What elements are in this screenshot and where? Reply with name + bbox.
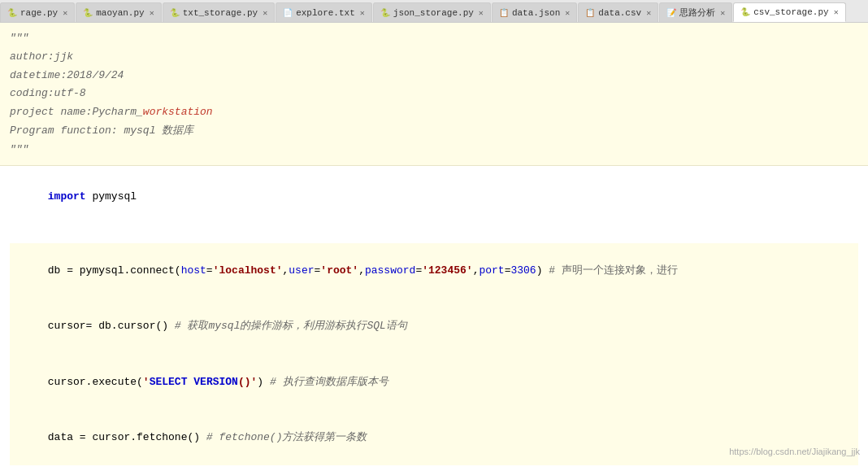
tab-txt-storage[interactable]: 🐍 txt_storage.py ✕ <box>163 2 275 22</box>
tab-csv-storage-label: csv_storage.py <box>753 7 828 17</box>
tab-data-csv-label: data.csv <box>598 8 641 18</box>
triple-quote-close: """ <box>10 141 858 159</box>
tab-txt-close[interactable]: ✕ <box>263 8 267 18</box>
tab-silu-label: 思路分析 <box>679 7 715 19</box>
triple-quote-open: """ <box>10 29 858 48</box>
comment-block: """ author:jjk datetime:2018/9/24 coding… <box>0 23 868 166</box>
tab-explore[interactable]: 📄 explore.txt ✕ <box>276 2 372 22</box>
tab-rage-icon: 🐍 <box>7 8 17 18</box>
tab-data-csv-icon: 📋 <box>585 8 595 18</box>
tab-maoyan-close[interactable]: ✕ <box>150 8 154 18</box>
comment-author: author:jjk <box>10 48 858 67</box>
tab-json-icon: 🐍 <box>380 8 390 18</box>
db-connect-line: db = pymysql.connect(host='localhost',us… <box>10 243 858 299</box>
comment-function: Program function: mysql 数据库 <box>10 122 858 141</box>
print-version-line: print('Database version',data) <box>10 465 858 471</box>
tab-csv-storage[interactable]: 🐍 csv_storage.py ✕ <box>733 2 845 22</box>
tab-json-close[interactable]: ✕ <box>479 8 484 18</box>
tab-rage-label: rage.py <box>20 8 58 18</box>
tab-data-json-close[interactable]: ✕ <box>565 8 570 18</box>
tab-silu[interactable]: 📝 思路分析 ✕ <box>659 2 732 22</box>
code-area[interactable]: """ author:jjk datetime:2018/9/24 coding… <box>0 23 868 471</box>
tab-json-label: json_storage.py <box>393 8 474 18</box>
tab-csv-storage-icon: 🐍 <box>740 7 750 17</box>
tab-silu-icon: 📝 <box>666 8 676 18</box>
comment-coding: coding:utf-8 <box>10 85 858 103</box>
tab-data-csv-close[interactable]: ✕ <box>646 8 651 18</box>
tab-json-storage[interactable]: 🐍 json_storage.py ✕ <box>373 2 491 22</box>
comment-project: project name:Pycharm_workstation <box>10 103 858 122</box>
tab-csv-storage-close[interactable]: ✕ <box>834 7 839 17</box>
blank-1 <box>10 225 858 244</box>
tab-explore-icon: 📄 <box>283 8 293 18</box>
code-section: import pymysql db = pymysql.connect(host… <box>0 166 868 471</box>
tab-data-json-icon: 📋 <box>499 8 509 18</box>
watermark: https://blog.csdn.net/Jiajikang_jjk <box>729 447 860 456</box>
tab-silu-close[interactable]: ✕ <box>720 8 725 18</box>
comment-datetime: datetime:2018/9/24 <box>10 67 858 85</box>
tab-maoyan-label: maoyan.py <box>96 8 144 18</box>
execute-select-line: cursor.execute('SELECT VERSION()') # 执行查… <box>10 355 858 410</box>
tab-txt-icon: 🐍 <box>170 8 180 18</box>
tab-data-json-label: data.json <box>512 8 560 18</box>
tab-rage[interactable]: 🐍 rage.py ✕ <box>0 2 75 22</box>
tab-data-csv[interactable]: 📋 data.csv ✕ <box>578 2 658 22</box>
tab-maoyan[interactable]: 🐍 maoyan.py ✕ <box>76 2 161 22</box>
cursor-line: cursor= db.cursor() # 获取mysql的操作游标，利用游标执… <box>10 299 858 355</box>
import-line: import pymysql <box>10 169 858 225</box>
tab-maoyan-icon: 🐍 <box>83 8 93 18</box>
tab-explore-close[interactable]: ✕ <box>360 8 365 18</box>
fetchone-line: data = cursor.fetchone() # fetchone()方法获… <box>10 410 858 465</box>
tab-data-json[interactable]: 📋 data.json ✕ <box>492 2 577 22</box>
tab-explore-label: explore.txt <box>296 8 355 18</box>
tab-bar: 🐍 rage.py ✕ 🐍 maoyan.py ✕ 🐍 txt_storage.… <box>0 0 868 23</box>
tab-rage-close[interactable]: ✕ <box>63 8 67 18</box>
tab-txt-label: txt_storage.py <box>183 8 258 18</box>
